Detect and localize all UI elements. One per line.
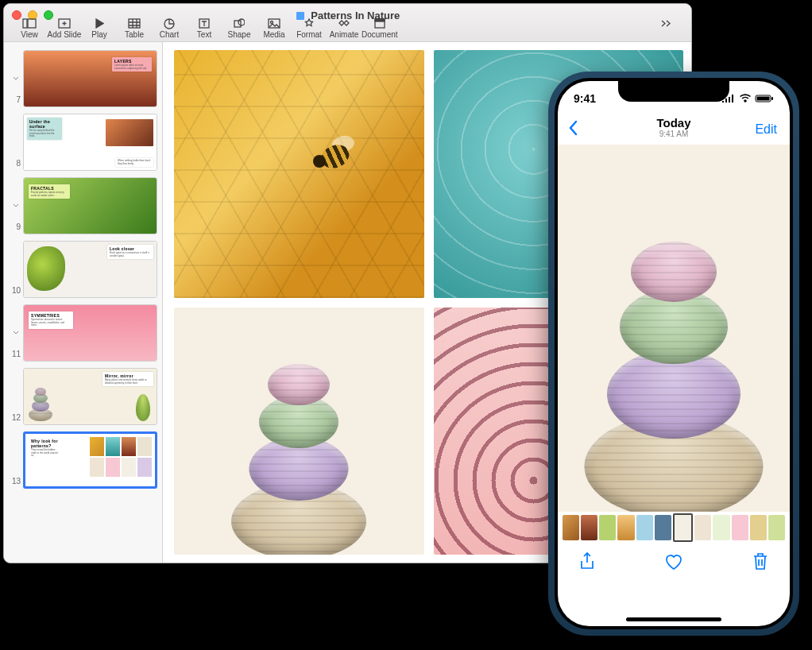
slide-thumb-7[interactable]: LAYERS Lorem ipsum dolor sit amet, conse… (9, 50, 157, 107)
tool-label: Chart (160, 30, 179, 39)
filmstrip-thumb[interactable] (732, 515, 748, 540)
iphone-device: 9:41 Today 9:41 AM Edit (548, 72, 799, 636)
share-button[interactable] (578, 551, 596, 575)
tool-label: Text (197, 30, 211, 39)
tool-text[interactable]: Text (187, 17, 222, 41)
photos-nav-bar: Today 9:41 AM Edit (558, 116, 790, 145)
table-icon (128, 18, 141, 29)
photo-viewer[interactable] (558, 145, 790, 512)
slide-number: 8 (9, 159, 23, 168)
slide-thumb-8[interactable]: Under the surface Far far away behind th… (9, 114, 157, 171)
filmstrip-thumb[interactable] (599, 515, 616, 540)
thumb-body: Far far away behind the word mountains l… (29, 130, 60, 138)
tool-add-slide[interactable]: Add Slide (47, 17, 82, 41)
slide-number: 10 (9, 286, 23, 295)
chevron-down-icon (13, 75, 19, 82)
svg-rect-15 (771, 97, 773, 100)
tool-label: View (21, 30, 38, 39)
svg-rect-1 (23, 19, 27, 28)
filmstrip-thumb[interactable] (617, 515, 634, 540)
thumb-body: Symmetries abound in nature: leaves, wav… (31, 319, 71, 327)
tool-shape[interactable]: Shape (222, 17, 257, 41)
tool-document[interactable]: Document (362, 17, 398, 41)
toolbar: View Add Slide Play Table Chart Text (12, 21, 683, 41)
disclosure-chevron[interactable] (9, 203, 23, 209)
delete-button[interactable] (752, 551, 769, 575)
urchin-stack-large (582, 191, 765, 512)
disclosure-chevron[interactable] (9, 330, 23, 336)
slide-number: 9 (9, 222, 23, 231)
filmstrip-thumb[interactable] (694, 515, 711, 540)
toolbar-overflow[interactable] (648, 17, 683, 41)
slide-navigator[interactable]: LAYERS Lorem ipsum dolor sit amet, conse… (4, 42, 163, 563)
photo-filmstrip[interactable] (558, 512, 790, 544)
photos-toolbar (558, 544, 790, 583)
document-icon (373, 18, 386, 29)
tool-label: Media (263, 30, 284, 39)
thumb-body: Lorem ipsum dolor sit amet, consectetur … (114, 64, 149, 70)
format-icon (304, 18, 315, 29)
tool-media[interactable]: Media (257, 17, 292, 41)
battery-icon (755, 94, 774, 103)
chevron-down-icon (13, 203, 19, 209)
iphone-screen: 9:41 Today 9:41 AM Edit (558, 81, 790, 626)
slide-thumb-10[interactable]: Look closer Each spiral on a romanesco i… (9, 241, 157, 298)
filmstrip-thumb-selected[interactable] (673, 513, 693, 542)
chevron-double-right-icon (660, 18, 671, 29)
tool-view[interactable]: View (12, 17, 47, 41)
tool-label: Add Slide (48, 30, 82, 39)
tool-format[interactable]: Format (292, 17, 327, 41)
svg-rect-2 (28, 19, 36, 28)
favorite-button[interactable] (663, 552, 684, 575)
thumb-body: They reveal the hidden order in the worl… (31, 449, 61, 458)
tool-label: Document (362, 30, 398, 39)
tool-play[interactable]: Play (82, 17, 117, 41)
tool-label: Play (91, 30, 106, 39)
slide-thumb-9[interactable]: FRACTALS Fractal patterns repeat at ever… (9, 177, 157, 234)
plus-icon (58, 18, 71, 29)
tool-table[interactable]: Table (117, 17, 152, 41)
urchin-stack (227, 337, 370, 555)
filmstrip-thumb[interactable] (655, 515, 671, 540)
tool-label: Format (296, 30, 322, 39)
media-icon (268, 18, 280, 29)
filmstrip-thumb[interactable] (636, 515, 653, 540)
view-icon (22, 18, 37, 29)
tool-label: Shape (228, 30, 251, 39)
edit-button[interactable]: Edit (755, 122, 777, 137)
slide-thumb-12[interactable]: Mirror, mirror Many plants and animals s… (9, 368, 157, 425)
filmstrip-thumb[interactable] (750, 515, 767, 540)
thumb-title: Under the surface (29, 119, 60, 129)
filmstrip-thumb[interactable] (713, 515, 729, 540)
thumb-body: Fractal patterns repeat at every scale n… (31, 192, 68, 197)
wifi-icon (739, 94, 752, 103)
filmstrip-thumb[interactable] (581, 515, 597, 540)
svg-rect-14 (757, 97, 770, 101)
animate-icon (337, 18, 351, 29)
disclosure-chevron[interactable] (9, 75, 23, 82)
slide-number: 13 (9, 477, 23, 486)
heart-icon (663, 552, 684, 571)
filmstrip-thumb[interactable] (768, 515, 785, 540)
home-indicator[interactable] (626, 617, 721, 621)
canvas-image-urchins[interactable] (174, 308, 424, 555)
tool-animate[interactable]: Animate (327, 17, 362, 41)
shape-icon (234, 18, 245, 29)
thumb-title: Why look for patterns? (31, 439, 61, 448)
trash-icon (752, 551, 769, 572)
slide-thumb-11[interactable]: SYMMETRIES Symmetries abound in nature: … (9, 304, 157, 362)
slide-thumb-13[interactable]: Why look for patterns? They reveal the h… (9, 431, 157, 489)
tool-chart[interactable]: Chart (152, 17, 187, 41)
share-icon (578, 551, 596, 572)
canvas-image-honeycomb[interactable] (174, 50, 424, 298)
tool-label (665, 30, 667, 39)
text-icon (199, 18, 210, 29)
chart-icon (164, 18, 175, 29)
bee-illustration (308, 134, 364, 182)
tool-label: Table (125, 30, 144, 39)
status-time: 9:41 (574, 92, 596, 105)
thumb-body: When nothing holds them back they flow f… (118, 160, 151, 165)
filmstrip-thumb[interactable] (563, 515, 579, 540)
notch (618, 81, 729, 102)
svg-rect-4 (129, 19, 140, 28)
